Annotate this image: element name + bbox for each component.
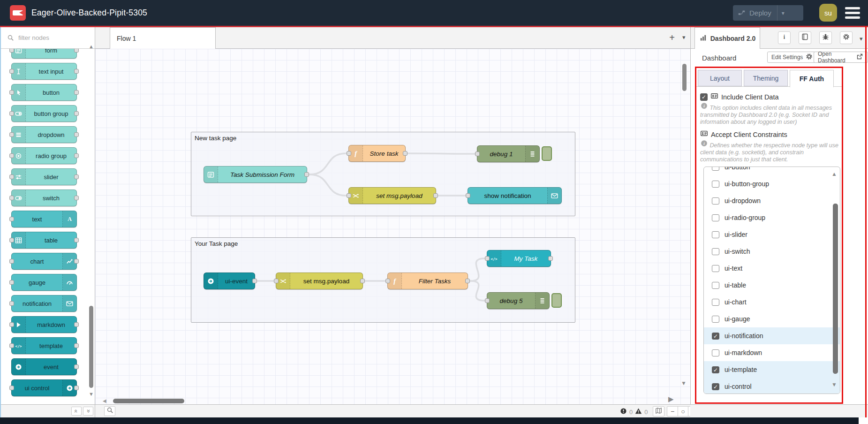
output-port[interactable] (74, 343, 79, 348)
input-port[interactable] (485, 298, 490, 303)
error-count-icon[interactable] (619, 407, 627, 416)
node-show-notification[interactable]: show notification (468, 187, 562, 204)
node-type-checkbox[interactable] (712, 181, 719, 188)
palette-node-table[interactable]: table (11, 232, 77, 249)
node-type-row-ui-text[interactable]: ui-text (704, 260, 840, 277)
node-type-row-ui-notification[interactable]: ✓ui-notification (704, 327, 840, 344)
output-port[interactable] (74, 259, 79, 264)
palette-node-notification[interactable]: notification (11, 295, 77, 312)
input-port[interactable] (475, 151, 480, 156)
output-port[interactable] (74, 174, 79, 179)
output-port[interactable] (74, 153, 79, 158)
tab-flow-1[interactable]: Flow 1 (110, 27, 216, 49)
node-type-checkbox[interactable] (712, 214, 719, 221)
input-port[interactable] (485, 256, 490, 261)
canvas-vscrollbar-thumb[interactable] (682, 64, 687, 91)
palette-node-ui-control[interactable]: ui control (11, 379, 77, 396)
output-port[interactable] (403, 151, 408, 156)
palette-node-slider[interactable]: slider (11, 168, 77, 185)
list-scroll-up-icon[interactable]: ▲ (831, 171, 837, 177)
node-task-submission-form[interactable]: Task Submission Form (204, 166, 307, 183)
config-sidebar-button[interactable] (840, 31, 853, 44)
input-port[interactable] (385, 279, 390, 283)
input-port[interactable] (9, 386, 14, 390)
canvas-hscrollbar-thumb[interactable] (113, 399, 184, 403)
output-port[interactable] (74, 386, 79, 390)
node-type-checkbox[interactable]: ✓ (712, 366, 719, 373)
palette-scrollbar-thumb[interactable] (89, 306, 93, 388)
output-port[interactable] (74, 238, 79, 242)
node-filter-tasks[interactable]: fFilter Tasks (387, 273, 468, 289)
node-type-row-ui-button[interactable]: ui-button (704, 167, 840, 175)
node-type-checkbox[interactable] (712, 299, 719, 306)
navigator-button[interactable] (653, 406, 664, 416)
node-type-checkbox[interactable] (712, 197, 719, 204)
input-port[interactable] (9, 343, 14, 348)
palette-node-template[interactable]: </>template (11, 337, 77, 354)
input-port[interactable] (466, 193, 470, 198)
node-my-task[interactable]: </>My Task (487, 250, 551, 267)
input-port[interactable] (9, 49, 14, 53)
output-port[interactable] (433, 193, 438, 198)
search-flows-button[interactable] (104, 406, 115, 416)
palette-node-dropdown[interactable]: dropdown (11, 126, 77, 143)
node-type-checkbox[interactable] (712, 282, 719, 289)
output-port[interactable] (74, 196, 79, 200)
palette-node-text-input[interactable]: text input (11, 63, 77, 80)
node-type-checkbox[interactable] (712, 231, 719, 238)
node-debug-1[interactable]: debug 1 (477, 145, 540, 162)
input-port[interactable] (9, 301, 14, 306)
debug-sidebar-button[interactable] (819, 31, 832, 44)
zoom-out-button[interactable]: − (667, 407, 678, 416)
node-store-task[interactable]: fStore task (348, 145, 406, 162)
output-port[interactable] (360, 279, 365, 283)
palette-node-radio-group[interactable]: radio group (11, 147, 77, 164)
palette-node-event[interactable]: event (11, 358, 77, 375)
tab-theming[interactable]: Theming (744, 70, 788, 86)
output-port[interactable] (74, 364, 79, 369)
input-port[interactable] (9, 196, 14, 200)
flow-list-caret-icon[interactable]: ▾ (682, 34, 686, 41)
node-type-checkbox[interactable] (712, 248, 719, 255)
output-port[interactable] (548, 256, 553, 261)
input-port[interactable] (9, 322, 14, 327)
zoom-reset-button[interactable]: ○ (678, 407, 688, 416)
input-port[interactable] (9, 238, 14, 242)
warning-count-icon[interactable] (634, 407, 642, 416)
input-port[interactable] (9, 153, 14, 158)
node-type-row-ui-control[interactable]: ✓ui-control (704, 378, 840, 394)
main-menu-icon[interactable] (845, 7, 860, 19)
open-dashboard-button[interactable]: Open Dashboard (814, 52, 868, 63)
output-port[interactable] (74, 49, 79, 53)
flow-canvas[interactable]: New task pageYour Task page Task Submiss… (95, 49, 690, 404)
node-type-row-ui-button-group[interactable]: ui-button-group (704, 175, 840, 192)
palette-node-markdown[interactable]: markdown (11, 316, 77, 333)
node-ui-event[interactable]: ui-event (204, 273, 255, 289)
input-port[interactable] (274, 279, 279, 283)
edit-settings-button[interactable]: Edit Settings (767, 52, 817, 63)
output-port[interactable] (304, 172, 309, 177)
output-port[interactable] (74, 90, 79, 95)
palette-node-form[interactable]: form (11, 49, 77, 59)
output-port[interactable] (252, 279, 257, 283)
output-port[interactable] (465, 279, 470, 283)
info-sidebar-button[interactable]: i (778, 31, 791, 44)
input-port[interactable] (9, 132, 14, 137)
palette-node-button[interactable]: button (11, 84, 77, 101)
input-port[interactable] (9, 280, 14, 285)
input-port[interactable] (347, 151, 351, 156)
canvas-scroll-down-icon[interactable]: ▼ (681, 380, 687, 386)
output-port[interactable] (74, 111, 79, 116)
node-type-row-ui-table[interactable]: ui-table (704, 277, 840, 294)
node-debug-5[interactable]: debug 5 (487, 292, 550, 309)
canvas-scroll-up-icon[interactable]: ▲ (681, 49, 687, 50)
canvas-scroll-left-icon[interactable]: ◀ (103, 398, 106, 403)
flowfuse-logo-icon[interactable] (10, 5, 26, 21)
output-port[interactable] (74, 132, 79, 137)
output-port[interactable] (74, 322, 79, 327)
node-type-row-ui-gauge[interactable]: ui-gauge (704, 310, 840, 327)
node-type-row-ui-switch[interactable]: ui-switch (704, 243, 840, 260)
deploy-caret-icon[interactable]: ▾ (782, 10, 785, 16)
expand-all-button[interactable]: « (83, 407, 93, 416)
node-set-msg-payload[interactable]: set msg.payload (348, 187, 436, 204)
